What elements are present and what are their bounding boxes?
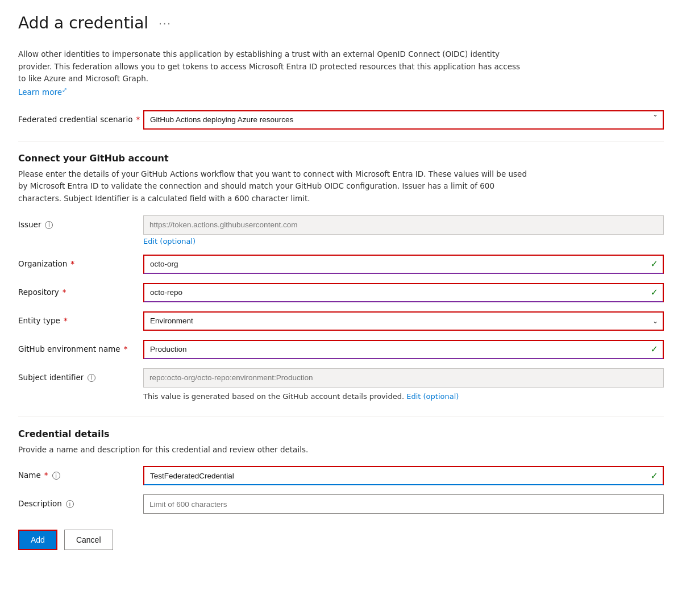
subject-identifier-note: This value is generated based on the Git… (143, 392, 664, 401)
repository-input[interactable] (143, 283, 664, 302)
issuer-input[interactable] (143, 215, 664, 235)
required-marker: * (63, 288, 66, 297)
federated-scenario-label: Federated credential scenario * (18, 110, 143, 124)
learn-more-link[interactable]: Learn more⤢ (18, 88, 67, 97)
cancel-button[interactable]: Cancel (64, 530, 113, 550)
organization-label: Organization * (18, 255, 143, 268)
name-input[interactable] (143, 466, 664, 485)
description-info-icon[interactable]: i (66, 500, 74, 508)
required-marker: * (44, 471, 48, 480)
subject-info-icon[interactable]: i (88, 374, 95, 382)
required-marker: * (136, 115, 140, 124)
github-section-heading: Connect your GitHub account (18, 153, 664, 164)
issuer-label: Issuer i (18, 215, 143, 229)
entity-type-select[interactable]: Environment Branch Tag Pull request (143, 311, 664, 331)
issuer-info-icon[interactable]: i (45, 221, 53, 229)
name-label: Name * i (18, 466, 143, 480)
github-env-name-label: GitHub environment name * (18, 340, 143, 353)
federated-scenario-select[interactable]: GitHub Actions deploying Azure resources… (143, 110, 664, 130)
federated-scenario-wrapper: GitHub Actions deploying Azure resources… (143, 110, 664, 130)
page-description: Allow other identities to impersonate th… (18, 48, 530, 99)
action-buttons: Add Cancel (18, 530, 664, 550)
ellipsis-menu-button[interactable]: ··· (155, 15, 175, 31)
description-input[interactable] (143, 494, 664, 514)
subject-edit-link[interactable]: Edit (optional) (406, 392, 459, 401)
subject-identifier-label: Subject identifier i (18, 368, 143, 382)
entity-type-label: Entity type * (18, 311, 143, 325)
issuer-edit-link[interactable]: Edit (optional) (143, 237, 664, 245)
organization-input[interactable] (143, 255, 664, 274)
required-marker: * (70, 259, 74, 268)
page-title: Add a credential (18, 14, 148, 32)
name-info-icon[interactable]: i (52, 472, 60, 480)
repository-label: Repository * (18, 283, 143, 297)
external-link-icon: ⤢ (62, 86, 67, 94)
github-env-name-input[interactable] (143, 340, 664, 359)
required-marker: * (64, 316, 68, 325)
github-section-description: Please enter the details of your GitHub … (18, 168, 530, 205)
credential-section-description: Provide a name and description for this … (18, 444, 530, 456)
add-button[interactable]: Add (18, 530, 57, 550)
required-marker: * (124, 344, 128, 353)
subject-identifier-input (143, 368, 664, 388)
credential-section-heading: Credential details (18, 428, 664, 439)
description-label: Description i (18, 494, 143, 508)
